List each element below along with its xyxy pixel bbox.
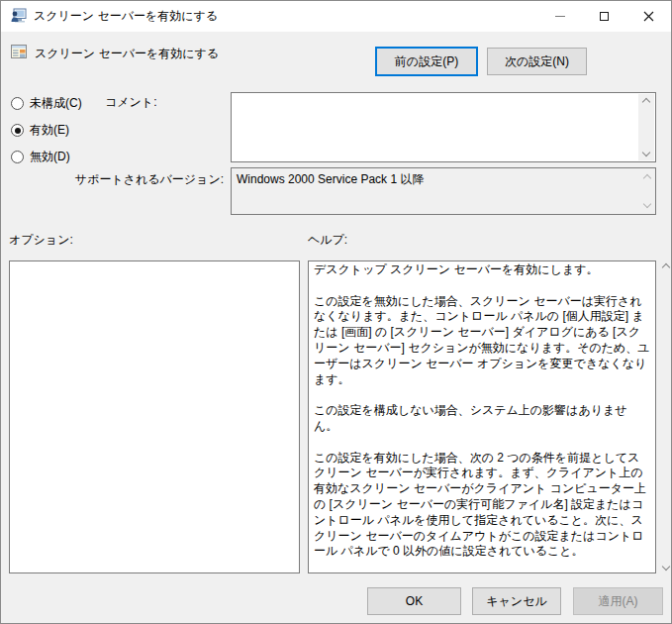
window-title: スクリーン セーバーを有効にする	[34, 1, 218, 32]
setting-icon	[11, 44, 27, 59]
minimize-icon[interactable]	[537, 1, 582, 32]
apply-button: 適用(A)	[573, 587, 663, 615]
radio-disabled-label[interactable]: 無効(D)	[30, 149, 70, 165]
radio-not-configured-label[interactable]: 未構成(C)	[30, 95, 82, 112]
scroll-up-icon[interactable]	[661, 263, 669, 271]
radio-disabled[interactable]: 無効(D)	[11, 149, 70, 165]
scroll-up-icon[interactable]	[642, 98, 650, 106]
radio-not-configured[interactable]: 未構成(C)	[11, 95, 82, 112]
window-controls	[537, 1, 671, 32]
scroll-up-icon[interactable]	[643, 174, 651, 182]
scroll-down-icon[interactable]	[661, 563, 669, 571]
titlebar[interactable]: スクリーン セーバーを有効にする	[1, 1, 671, 32]
maximize-icon[interactable]	[582, 1, 626, 32]
ok-button[interactable]: OK	[367, 587, 461, 615]
help-text: デスクトップ スクリーン セーバーを有効にします。 この設定を無効にした場合、ス…	[308, 260, 656, 573]
supported-on-value: Windows 2000 Service Pack 1 以降	[237, 171, 633, 188]
scroll-down-icon[interactable]	[643, 200, 651, 208]
group-policy-setting-icon	[10, 8, 27, 25]
radio-enabled[interactable]: 有効(E)	[11, 122, 69, 139]
setting-title: スクリーン セーバーを有効にする	[35, 46, 219, 62]
help-label: ヘルプ:	[308, 232, 347, 249]
supported-on-field: Windows 2000 Service Pack 1 以降	[231, 167, 656, 215]
previous-setting-button[interactable]: 前の設定(P)	[375, 47, 478, 76]
policy-setting-dialog: スクリーン セーバーを有効にする スクリーン セーバーを有効にする 前の設定(P…	[0, 0, 672, 624]
radio-enabled-label[interactable]: 有効(E)	[30, 122, 69, 139]
supported-on-label: サポートされるバージョン:	[1, 171, 224, 188]
radio-enabled-circle[interactable]	[11, 124, 24, 137]
next-setting-button[interactable]: 次の設定(N)	[487, 48, 587, 75]
help-scrollbar[interactable]	[658, 260, 672, 573]
comment-scrollbar[interactable]	[638, 94, 654, 160]
options-panel	[9, 260, 300, 573]
scroll-down-icon[interactable]	[642, 149, 650, 156]
radio-disabled-circle[interactable]	[11, 151, 24, 163]
radio-not-configured-circle[interactable]	[11, 97, 24, 110]
comment-input[interactable]	[231, 92, 656, 162]
options-label: オプション:	[9, 232, 73, 249]
cancel-button[interactable]: キャンセル	[472, 587, 561, 615]
close-icon[interactable]	[626, 1, 671, 32]
dialog-body: スクリーン セーバーを有効にする 前の設定(P) 次の設定(N) 未構成(C) …	[1, 32, 671, 623]
comment-label: コメント:	[105, 94, 156, 111]
